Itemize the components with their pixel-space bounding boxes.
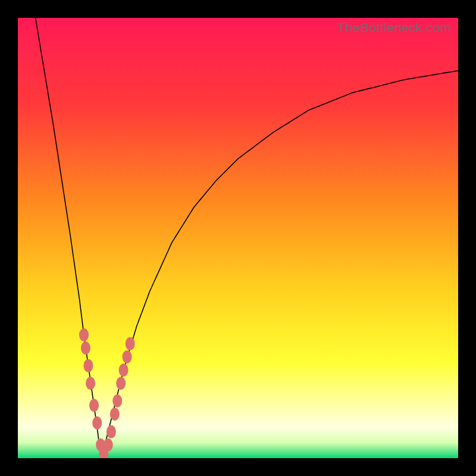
marker-point	[89, 399, 99, 412]
marker-point	[110, 408, 120, 421]
plot-area: TheBottleneck.com	[18, 18, 458, 458]
curve-layer	[18, 18, 458, 458]
marker-point	[116, 377, 126, 390]
chart-frame: TheBottleneck.com	[0, 0, 476, 476]
marker-point	[104, 439, 113, 452]
marker-cluster	[79, 328, 135, 458]
marker-point	[92, 416, 102, 430]
curve-right-branch	[102, 71, 458, 456]
marker-point	[126, 337, 135, 350]
marker-point	[107, 425, 116, 439]
marker-point	[119, 364, 129, 377]
marker-point	[86, 377, 95, 390]
curve-left-branch	[36, 18, 102, 456]
marker-point	[83, 359, 93, 372]
marker-point	[123, 350, 132, 364]
marker-point	[79, 328, 89, 342]
marker-point	[112, 394, 122, 408]
marker-point	[81, 342, 90, 355]
